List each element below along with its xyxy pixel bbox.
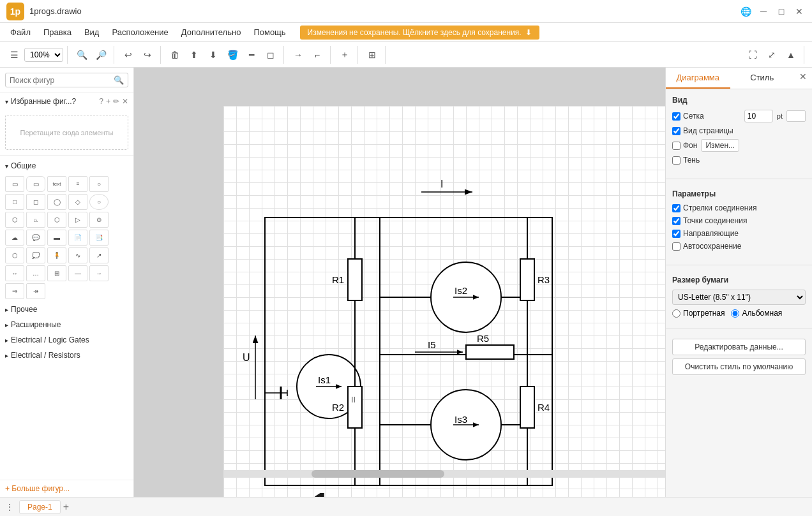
more-shapes-btn[interactable]: + Больше фигур... xyxy=(0,480,133,497)
favorites-add-btn[interactable]: + xyxy=(106,97,110,106)
shape-arrow-bi[interactable]: ↔ xyxy=(5,265,24,281)
table-btn[interactable]: ⊞ xyxy=(363,46,381,64)
portrait-label[interactable]: Портретная xyxy=(672,309,725,318)
autosave-label[interactable]: Автосохранение xyxy=(672,242,741,251)
section-general[interactable]: ▾ Общие xyxy=(0,158,133,173)
favorites-help-btn[interactable]: ? xyxy=(99,97,103,106)
menu-extras[interactable]: Дополнительно xyxy=(176,26,246,39)
shape-diamond[interactable]: ◇ xyxy=(68,194,87,210)
shape-table[interactable]: ⊞ xyxy=(47,265,66,281)
menu-arrange[interactable]: Расположение xyxy=(107,26,173,39)
menu-view[interactable]: Вид xyxy=(79,26,105,39)
grid-color-swatch[interactable] xyxy=(786,110,806,122)
edit-data-btn[interactable]: Редактировать данные... xyxy=(672,339,806,355)
insert-btn[interactable]: ＋ xyxy=(336,46,354,64)
maximize-btn[interactable]: □ xyxy=(775,5,788,18)
waypoint-btn[interactable]: ⌐ xyxy=(308,46,326,64)
section-other[interactable]: ▸ Прочее xyxy=(0,302,133,317)
arrows-checkbox[interactable] xyxy=(672,204,680,212)
section-resistors[interactable]: ▸ Electrical / Resistors xyxy=(0,348,133,363)
shape-parallelogram[interactable]: ⬡ xyxy=(5,212,24,228)
page-options-btn[interactable]: ⋮ xyxy=(5,502,14,512)
background-label[interactable]: Фон xyxy=(672,141,697,150)
shape-multi-doc[interactable]: 📑 xyxy=(89,230,109,246)
zoom-out-btn[interactable]: 🔎 xyxy=(92,46,110,64)
favorites-header[interactable]: ▾ Избранные фиг...? ? + ✏ ✕ xyxy=(0,93,133,110)
guides-checkbox[interactable] xyxy=(672,230,680,238)
grid-checkbox[interactable] xyxy=(672,112,680,121)
fill-btn[interactable]: 🪣 xyxy=(223,46,241,64)
undo-btn[interactable]: ↩ xyxy=(119,46,137,64)
delete-btn[interactable]: 🗑 xyxy=(166,46,184,64)
shape-arrow-double[interactable]: ⇒ xyxy=(5,283,24,299)
globe-icon[interactable]: 🌐 xyxy=(739,5,752,18)
page-view-checkbox[interactable] xyxy=(672,127,680,135)
tab-style[interactable]: Стиль xyxy=(730,68,795,89)
arrow-btn[interactable]: → xyxy=(289,46,307,64)
menu-edit[interactable]: Правка xyxy=(38,26,77,39)
shape-arrow-end[interactable]: ↠ xyxy=(26,283,45,299)
canvas-scroll-thumb[interactable] xyxy=(312,470,444,478)
shape-decision[interactable]: ⬡ xyxy=(5,247,24,263)
shape-arrow-diagonal[interactable]: ↗ xyxy=(89,247,109,263)
reset-view-btn[interactable]: ⤢ xyxy=(763,46,781,64)
shape-rounded-rect[interactable]: ▭ xyxy=(26,176,45,192)
grid-label[interactable]: Сетка xyxy=(672,112,704,121)
tab-diagram[interactable]: Диаграмма xyxy=(666,68,730,89)
shape-square[interactable]: □ xyxy=(5,194,24,210)
autosave-checkbox[interactable] xyxy=(672,242,680,251)
shape-arrow-right[interactable]: ▷ xyxy=(68,212,87,228)
add-page-btn[interactable]: + xyxy=(63,501,69,513)
clear-style-btn[interactable]: Очистить стиль по умолчанию xyxy=(672,358,806,375)
shape-circle[interactable]: ◯ xyxy=(47,194,66,210)
guides-label[interactable]: Направляющие xyxy=(672,229,739,238)
portrait-radio[interactable] xyxy=(672,309,680,318)
connection-points-checkbox[interactable] xyxy=(672,217,680,225)
minimize-btn[interactable]: ─ xyxy=(757,5,770,18)
zoom-select[interactable]: 100% 75% 150% xyxy=(24,48,63,62)
shape-person[interactable]: 🧍 xyxy=(47,247,66,263)
redo-btn[interactable]: ↪ xyxy=(139,46,156,64)
canvas-scrollbar[interactable] xyxy=(223,470,665,478)
line-btn[interactable]: ━ xyxy=(243,46,260,64)
landscape-label[interactable]: Альбомная xyxy=(731,309,782,318)
shape-ellipse[interactable]: ○ xyxy=(89,176,109,192)
shape-trapezoid[interactable]: ⏢ xyxy=(26,212,45,228)
shape-line-h[interactable]: — xyxy=(68,265,87,281)
shape-dots[interactable]: … xyxy=(26,265,45,281)
search-input[interactable] xyxy=(10,76,114,85)
section-advanced[interactable]: ▸ Расширенные xyxy=(0,317,133,332)
zoom-in-btn[interactable]: 🔍 xyxy=(73,46,91,64)
grid-value[interactable] xyxy=(744,110,773,122)
shape-rectangle[interactable]: ▭ xyxy=(5,176,24,192)
shadow-checkbox[interactable] xyxy=(672,156,680,165)
shadow-btn[interactable]: ◻ xyxy=(262,46,280,64)
to-front-btn[interactable]: ⬆ xyxy=(185,46,203,64)
shape-cylinder[interactable]: ⊙ xyxy=(89,212,109,228)
shape-text[interactable]: text xyxy=(47,176,66,192)
page-tab-1[interactable]: Page-1 xyxy=(19,500,61,514)
shape-callout-rect[interactable]: 💬 xyxy=(26,230,45,246)
section-logic-gates[interactable]: ▸ Electrical / Logic Gates xyxy=(0,332,133,348)
menu-file[interactable]: Файл xyxy=(5,26,36,39)
background-change-btn[interactable]: Измен... xyxy=(701,139,739,152)
shape-curve[interactable]: ∿ xyxy=(68,247,87,263)
shape-process[interactable]: ▬ xyxy=(47,230,66,246)
to-back-btn[interactable]: ⬇ xyxy=(204,46,222,64)
shape-square2[interactable]: ◻ xyxy=(26,194,45,210)
shape-cloud[interactable]: ☁ xyxy=(5,230,24,246)
canvas-area[interactable]: I U R1 Is2 R3 xyxy=(134,68,665,497)
close-btn[interactable]: ✕ xyxy=(793,5,806,18)
shape-lines[interactable]: ≡ xyxy=(68,176,87,192)
landscape-radio[interactable] xyxy=(731,309,739,318)
background-checkbox[interactable] xyxy=(672,142,680,150)
save-notification[interactable]: Изменения не сохранены. Щёлкните здесь д… xyxy=(300,26,539,40)
shadow-label[interactable]: Тень xyxy=(672,156,700,165)
shape-round[interactable]: ○ xyxy=(89,194,109,210)
favorites-edit-btn[interactable]: ✏ xyxy=(113,97,119,106)
shape-doc[interactable]: 📄 xyxy=(68,230,87,246)
fit-page-btn[interactable]: ⛶ xyxy=(744,46,762,64)
connection-points-label[interactable]: Точки соединения xyxy=(672,216,747,225)
shape-arrow-line[interactable]: → xyxy=(89,265,109,281)
page-view-label[interactable]: Вид страницы xyxy=(672,126,733,135)
